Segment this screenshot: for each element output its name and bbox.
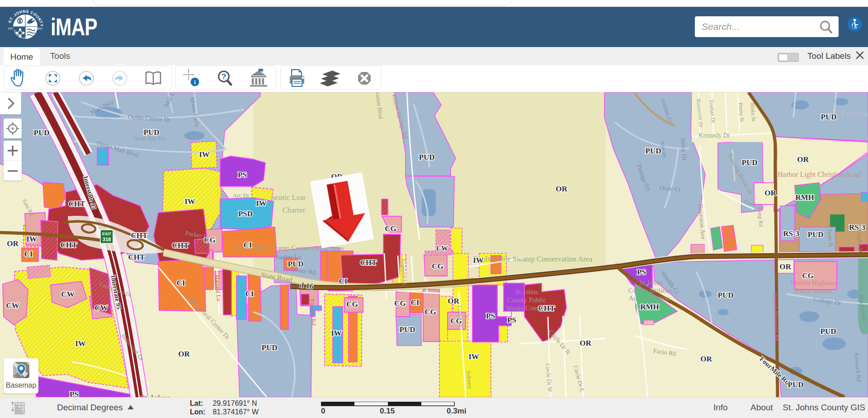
svg-text:IW: IW bbox=[75, 339, 86, 348]
svg-text:EST.: EST. bbox=[8, 27, 14, 30]
svg-text:RMH: RMH bbox=[795, 193, 814, 202]
svg-text:PUD: PUD bbox=[821, 113, 837, 121]
svg-text:CHT: CHT bbox=[172, 241, 189, 250]
svg-text:OR: OR bbox=[797, 155, 809, 164]
svg-text:EXIT: EXIT bbox=[102, 232, 112, 236]
svg-text:CG: CG bbox=[450, 317, 462, 325]
svg-text:Kennedy Dr: Kennedy Dr bbox=[699, 132, 730, 139]
svg-text:OR: OR bbox=[764, 189, 776, 197]
svg-text:PUD: PUD bbox=[144, 128, 160, 137]
svg-text:PUD: PUD bbox=[808, 230, 824, 239]
svg-text:OR: OR bbox=[556, 185, 567, 193]
svg-text:CHT: CHT bbox=[69, 200, 86, 208]
svg-text:PS: PS bbox=[70, 390, 79, 397]
svg-text:?: ? bbox=[222, 72, 226, 81]
svg-text:PS: PS bbox=[486, 312, 495, 320]
svg-text:PS: PS bbox=[507, 316, 516, 324]
svg-text:Administration: Administration bbox=[629, 294, 670, 302]
svg-text:CG: CG bbox=[394, 299, 406, 308]
svg-text:RS-3: RS-3 bbox=[783, 229, 799, 238]
svg-text:Florida Highway: Florida Highway bbox=[791, 279, 837, 286]
svg-text:d 16: d 16 bbox=[299, 281, 314, 291]
svg-text:PUD: PUD bbox=[718, 291, 734, 299]
svg-text:CG: CG bbox=[385, 224, 396, 233]
svg-text:OR: OR bbox=[178, 350, 190, 358]
svg-text:PUD: PUD bbox=[262, 343, 278, 352]
svg-text:Arc Dr: Arc Dr bbox=[233, 192, 250, 199]
svg-text:CHT: CHT bbox=[538, 304, 556, 313]
svg-text:CW: CW bbox=[94, 304, 108, 312]
svg-text:CI: CI bbox=[245, 290, 254, 298]
svg-text:CHT: CHT bbox=[128, 253, 146, 261]
svg-text:OR: OR bbox=[580, 339, 591, 347]
svg-text:OR: OR bbox=[448, 297, 459, 305]
svg-text:1821: 1821 bbox=[37, 27, 42, 30]
svg-text:CI: CI bbox=[177, 279, 185, 287]
svg-text:318: 318 bbox=[103, 237, 111, 242]
svg-text:RMH: RMH bbox=[640, 303, 659, 311]
svg-text:First Coa: First Coa bbox=[842, 109, 868, 118]
svg-text:County Utilities: County Utilities bbox=[628, 287, 672, 294]
svg-text:Harbor Light Christian Acad: Harbor Light Christian Acad bbox=[778, 171, 861, 179]
svg-text:St Johns: St Johns bbox=[140, 394, 170, 397]
svg-text:IW: IW bbox=[256, 199, 267, 208]
svg-text:OR: OR bbox=[700, 355, 712, 363]
svg-text:IW: IW bbox=[26, 235, 37, 243]
svg-text:County Public: County Public bbox=[507, 296, 547, 304]
svg-text:PUD: PUD bbox=[821, 327, 836, 336]
svg-text:PUD: PUD bbox=[742, 158, 758, 167]
svg-text:IW: IW bbox=[331, 329, 342, 337]
svg-text:PUD: PUD bbox=[400, 325, 415, 334]
svg-text:peutic Lear: peutic Lear bbox=[271, 193, 306, 202]
svg-text:IW: IW bbox=[184, 197, 195, 206]
svg-text:IW: IW bbox=[468, 352, 479, 361]
svg-text:CW: CW bbox=[61, 290, 74, 299]
svg-text:PUD: PUD bbox=[646, 147, 661, 155]
svg-text:PS: PS bbox=[637, 268, 646, 276]
svg-text:CHT: CHT bbox=[131, 231, 148, 240]
svg-text:Twelve Mile Swamp Conservation: Twelve Mile Swamp Conservation Area bbox=[473, 255, 593, 263]
svg-text:CI: CI bbox=[339, 277, 348, 285]
svg-text:CW: CW bbox=[436, 245, 448, 252]
svg-text:CW: CW bbox=[6, 301, 19, 310]
svg-text:RS-3: RS-3 bbox=[849, 223, 865, 232]
svg-text:Charter: Charter bbox=[283, 206, 306, 214]
svg-text:OR: OR bbox=[7, 239, 19, 248]
svg-text:CG: CG bbox=[346, 300, 358, 309]
svg-text:St Johns: St Johns bbox=[640, 279, 663, 286]
svg-text:PSD: PSD bbox=[238, 209, 253, 218]
svg-text:CHT: CHT bbox=[61, 241, 78, 249]
svg-text:CG: CG bbox=[204, 236, 216, 244]
svg-text:i: i bbox=[194, 79, 196, 86]
svg-text:PUD: PUD bbox=[288, 260, 304, 268]
svg-text:IW: IW bbox=[473, 256, 484, 265]
svg-text:CI: CI bbox=[411, 298, 420, 307]
svg-text:CI: CI bbox=[244, 241, 252, 249]
svg-text:CI: CI bbox=[24, 250, 33, 258]
svg-text:IW: IW bbox=[199, 150, 210, 159]
svg-text:CHT: CHT bbox=[360, 258, 377, 267]
svg-text:St Johns: St Johns bbox=[515, 288, 538, 295]
svg-text:PUD: PUD bbox=[788, 380, 804, 389]
svg-text:PUD: PUD bbox=[34, 128, 50, 137]
svg-text:PS: PS bbox=[238, 171, 247, 179]
svg-text:OR: OR bbox=[779, 262, 791, 271]
svg-text:PUD: PUD bbox=[419, 153, 435, 162]
svg-text:Patrol Station: Patrol Station bbox=[795, 287, 833, 294]
svg-text:CG: CG bbox=[432, 262, 443, 271]
svg-text:CG: CG bbox=[425, 308, 436, 316]
